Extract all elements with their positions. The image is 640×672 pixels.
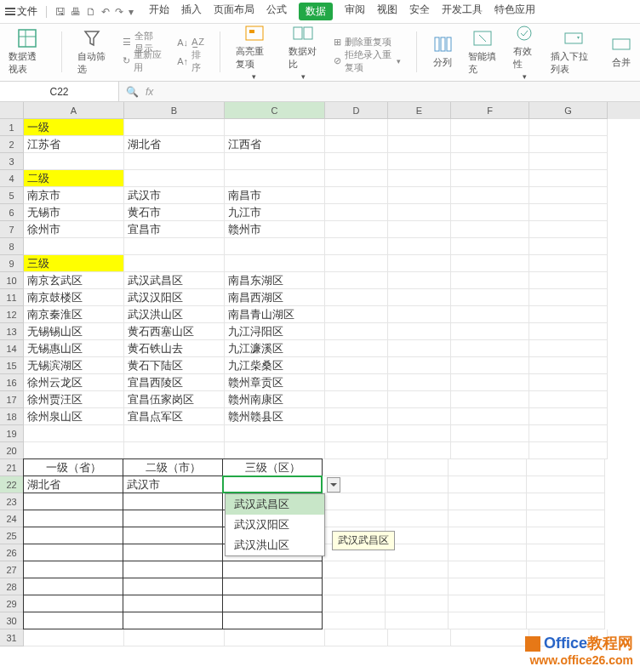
cell-F19[interactable] [451, 425, 529, 442]
row-header[interactable]: 1 [0, 119, 24, 136]
cell-A18[interactable]: 徐州泉山区 [24, 408, 124, 425]
cell-F22[interactable] [449, 476, 527, 493]
cell-E15[interactable] [388, 357, 451, 374]
cell-E29[interactable] [386, 595, 449, 612]
dropdown-button[interactable] [327, 477, 340, 493]
cell-B6[interactable]: 黄石市 [124, 204, 225, 221]
cell-D2[interactable] [325, 136, 388, 153]
cell-E28[interactable] [386, 578, 449, 595]
cell-E5[interactable] [388, 187, 451, 204]
cell-F26[interactable] [449, 544, 527, 561]
cell-D1[interactable] [325, 119, 388, 136]
cell-B21[interactable]: 二级（市） [123, 458, 223, 476]
cell-A26[interactable] [23, 544, 123, 561]
filter-button[interactable]: 自动筛选 [77, 28, 107, 76]
cell-F12[interactable] [451, 306, 529, 323]
cell-C30[interactable] [222, 612, 323, 629]
cell-D13[interactable] [325, 323, 388, 340]
row-header[interactable]: 20 [0, 442, 24, 459]
cell-A31[interactable] [24, 629, 124, 646]
cell-B31[interactable] [124, 629, 225, 646]
cell-C29[interactable] [222, 595, 323, 612]
tab-dev[interactable]: 开发工具 [442, 3, 483, 20]
cell-C12[interactable]: 南昌青山湖区 [225, 306, 325, 323]
cell-C2[interactable]: 江西省 [225, 136, 325, 153]
cell-G9[interactable] [529, 255, 608, 272]
cell-B4[interactable] [124, 170, 225, 187]
cell-D29[interactable] [323, 595, 386, 612]
cell-E16[interactable] [388, 374, 451, 391]
cell-E12[interactable] [388, 306, 451, 323]
cell-G15[interactable] [529, 357, 608, 374]
highlight-dup-button[interactable]: 高亮重复项▾ [236, 23, 273, 81]
tab-insert[interactable]: 插入 [181, 3, 202, 20]
row-header[interactable]: 15 [0, 357, 24, 374]
cell-G11[interactable] [529, 289, 608, 306]
row-header[interactable]: 21 [0, 459, 24, 476]
tab-review[interactable]: 审阅 [345, 3, 365, 20]
cell-G7[interactable] [529, 221, 608, 238]
cell-D16[interactable] [325, 374, 388, 391]
row-header[interactable]: 28 [0, 578, 24, 595]
cell-E31[interactable] [388, 629, 451, 646]
cell-B10[interactable]: 武汉武昌区 [124, 272, 225, 289]
select-all-corner[interactable] [0, 102, 24, 119]
cell-D24[interactable] [323, 510, 386, 527]
row-header[interactable]: 23 [0, 493, 24, 510]
cell-A14[interactable]: 无锡惠山区 [24, 340, 124, 357]
cell-D6[interactable] [325, 204, 388, 221]
cell-A24[interactable] [23, 510, 123, 527]
cell-G27[interactable] [527, 561, 605, 578]
cell-F30[interactable] [449, 612, 527, 629]
cell-D10[interactable] [325, 272, 388, 289]
cell-A4[interactable]: 二级 [24, 170, 124, 187]
cell-B22[interactable]: 武汉市 [123, 476, 223, 493]
sort-button[interactable]: 排序 [191, 48, 204, 74]
cell-C13[interactable]: 九江浔阳区 [225, 323, 325, 340]
cell-A28[interactable] [23, 578, 123, 595]
cell-E13[interactable] [388, 323, 451, 340]
col-header-B[interactable]: B [124, 102, 225, 119]
cell-F23[interactable] [449, 493, 527, 510]
cell-F5[interactable] [451, 187, 529, 204]
cell-D4[interactable] [325, 170, 388, 187]
cell-C7[interactable]: 赣州市 [225, 221, 325, 238]
cell-D30[interactable] [323, 612, 386, 629]
row-header[interactable]: 19 [0, 425, 24, 442]
cell-C8[interactable] [225, 238, 325, 255]
cell-B9[interactable] [124, 255, 225, 272]
cell-A25[interactable] [23, 527, 123, 544]
reject-dup-button[interactable]: ⊘拒绝录入重复项▾ [334, 53, 401, 70]
cell-G16[interactable] [529, 374, 608, 391]
cell-F11[interactable] [451, 289, 529, 306]
cell-A6[interactable]: 无锡市 [24, 204, 124, 221]
cell-E30[interactable] [386, 612, 449, 629]
cell-C18[interactable]: 赣州赣县区 [225, 408, 325, 425]
cell-C5[interactable]: 南昌市 [225, 187, 325, 204]
cell-D27[interactable] [323, 561, 386, 578]
tab-data[interactable]: 数据 [299, 3, 333, 20]
cell-E20[interactable] [388, 442, 451, 459]
validation-button[interactable]: 有效性▾ [513, 23, 535, 81]
redo-icon[interactable]: ↷ [115, 6, 123, 18]
cell-C27[interactable] [222, 561, 323, 578]
dropdown-option[interactable]: 武汉汉阳区 [226, 515, 324, 535]
cell-B8[interactable] [124, 238, 225, 255]
cell-A15[interactable]: 无锡滨湖区 [24, 357, 124, 374]
cell-F17[interactable] [451, 391, 529, 408]
cell-B20[interactable] [124, 442, 225, 459]
cell-G8[interactable] [529, 238, 608, 255]
cell-C4[interactable] [225, 170, 325, 187]
cell-D21[interactable] [323, 459, 386, 476]
cell-C17[interactable]: 赣州南康区 [225, 391, 325, 408]
cell-G14[interactable] [529, 340, 608, 357]
cell-C20[interactable] [225, 442, 325, 459]
row-header[interactable]: 6 [0, 204, 24, 221]
cell-D8[interactable] [325, 238, 388, 255]
cell-F2[interactable] [451, 136, 529, 153]
cell-G10[interactable] [529, 272, 608, 289]
cell-A16[interactable]: 徐州云龙区 [24, 374, 124, 391]
cell-A9[interactable]: 三级 [24, 255, 124, 272]
cell-F14[interactable] [451, 340, 529, 357]
cell-A2[interactable]: 江苏省 [24, 136, 124, 153]
